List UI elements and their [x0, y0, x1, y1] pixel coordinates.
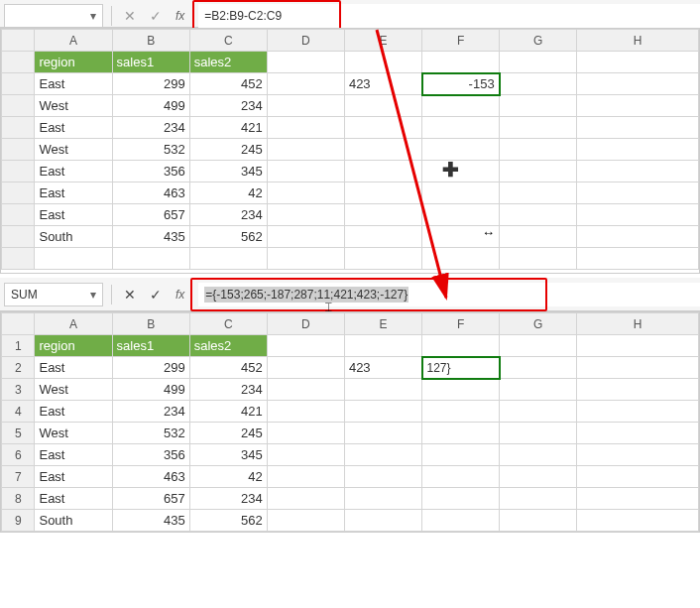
cell[interactable]: East: [35, 357, 112, 379]
cell[interactable]: East: [35, 401, 112, 423]
row-header[interactable]: [2, 139, 35, 161]
row-header[interactable]: [2, 182, 35, 204]
cancel-icon[interactable]: ✕: [124, 287, 136, 303]
dropdown-icon[interactable]: ▾: [90, 288, 96, 302]
row-header[interactable]: [2, 52, 35, 73]
cell[interactable]: 452: [189, 357, 267, 379]
cell[interactable]: [500, 52, 577, 73]
col-header[interactable]: C: [189, 30, 267, 52]
cell[interactable]: [189, 248, 267, 270]
cell[interactable]: [500, 226, 577, 248]
cell[interactable]: [500, 204, 577, 226]
fx-icon[interactable]: fx: [175, 287, 184, 303]
cell[interactable]: [577, 52, 699, 73]
cell[interactable]: [577, 335, 699, 357]
corner-cell[interactable]: [2, 30, 35, 52]
cell[interactable]: 421: [189, 117, 267, 139]
cell[interactable]: 657: [112, 204, 189, 226]
cell[interactable]: [422, 248, 500, 270]
cell[interactable]: 532: [112, 423, 189, 444]
header-sales2[interactable]: sales2: [189, 335, 267, 357]
cell[interactable]: [344, 335, 421, 357]
cell[interactable]: [577, 117, 699, 139]
cell-e2[interactable]: 423: [344, 73, 421, 95]
cell[interactable]: 499: [112, 95, 189, 117]
cell[interactable]: 234: [189, 488, 267, 510]
col-header[interactable]: E: [344, 30, 421, 52]
cell[interactable]: West: [35, 423, 112, 444]
row-header[interactable]: 3: [2, 379, 35, 401]
row-header[interactable]: [2, 73, 35, 95]
cell[interactable]: 234: [112, 117, 189, 139]
cell[interactable]: [500, 510, 577, 532]
cell[interactable]: [267, 357, 344, 379]
cell[interactable]: [267, 161, 344, 182]
row-header[interactable]: 7: [2, 466, 35, 488]
cell[interactable]: [267, 52, 344, 73]
cell[interactable]: 42: [189, 182, 267, 204]
cell[interactable]: [344, 444, 421, 466]
name-box[interactable]: ▾: [4, 4, 103, 28]
header-sales1[interactable]: sales1: [112, 52, 189, 73]
cell[interactable]: 435: [112, 226, 189, 248]
formula-input-top[interactable]: =B2:B9-C2:C9: [198, 4, 700, 28]
cell[interactable]: [267, 510, 344, 532]
cell[interactable]: 234: [189, 95, 267, 117]
cell[interactable]: [422, 117, 500, 139]
cell[interactable]: 499: [112, 379, 189, 401]
cell-f2-editing[interactable]: 127}: [422, 357, 500, 379]
cell[interactable]: 234: [189, 379, 267, 401]
cell[interactable]: [112, 248, 189, 270]
cell[interactable]: [267, 488, 344, 510]
cell[interactable]: [267, 379, 344, 401]
col-header[interactable]: D: [267, 313, 344, 335]
cell[interactable]: [267, 117, 344, 139]
cell[interactable]: [577, 510, 699, 532]
cell[interactable]: East: [35, 73, 112, 95]
col-header[interactable]: F: [422, 313, 500, 335]
cell[interactable]: [422, 204, 500, 226]
cell[interactable]: [267, 444, 344, 466]
cell[interactable]: East: [35, 161, 112, 182]
cell[interactable]: 234: [189, 204, 267, 226]
cell[interactable]: [500, 335, 577, 357]
cancel-icon[interactable]: ✕: [124, 8, 136, 24]
cell[interactable]: [344, 52, 421, 73]
cell[interactable]: [267, 95, 344, 117]
cell-e2[interactable]: 423: [344, 357, 421, 379]
row-header[interactable]: 9: [2, 510, 35, 532]
row-header[interactable]: 5: [2, 423, 35, 444]
cell[interactable]: East: [35, 182, 112, 204]
header-region[interactable]: region: [35, 52, 112, 73]
cell[interactable]: [422, 423, 500, 444]
cell[interactable]: [422, 379, 500, 401]
cell[interactable]: [344, 226, 421, 248]
col-header[interactable]: B: [112, 313, 189, 335]
cell[interactable]: West: [35, 95, 112, 117]
cell[interactable]: [500, 73, 577, 95]
cell[interactable]: [500, 357, 577, 379]
cell[interactable]: [422, 95, 500, 117]
corner-cell[interactable]: [2, 313, 35, 335]
cell[interactable]: [344, 488, 421, 510]
cell[interactable]: [422, 488, 500, 510]
cell[interactable]: [577, 73, 699, 95]
cell[interactable]: 345: [189, 161, 267, 182]
cell[interactable]: [344, 117, 421, 139]
cell[interactable]: [267, 335, 344, 357]
header-region[interactable]: region: [35, 335, 112, 357]
cell[interactable]: [344, 248, 421, 270]
cell[interactable]: East: [35, 488, 112, 510]
cell[interactable]: 345: [189, 444, 267, 466]
cell[interactable]: 435: [112, 510, 189, 532]
name-box[interactable]: SUM ▾: [4, 283, 103, 306]
cell[interactable]: 452: [189, 73, 267, 95]
cell[interactable]: 562: [189, 226, 267, 248]
cell[interactable]: 356: [112, 161, 189, 182]
cell[interactable]: [500, 423, 577, 444]
cell[interactable]: [577, 379, 699, 401]
cell[interactable]: [422, 161, 500, 182]
col-header[interactable]: E: [344, 313, 421, 335]
cell[interactable]: East: [35, 117, 112, 139]
cell[interactable]: [344, 423, 421, 444]
